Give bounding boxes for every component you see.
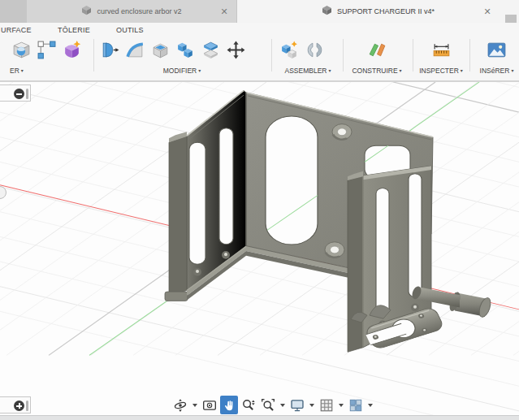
collapsed-panel-corner[interactable]: [505, 15, 517, 23]
group-label-modifier[interactable]: MODIFIER▾: [98, 67, 266, 75]
fillet-icon[interactable]: [123, 37, 146, 63]
chevron-down-icon[interactable]: [339, 404, 344, 407]
right-wall-slot: [409, 174, 422, 297]
left-foot: [165, 292, 188, 301]
group-label-construire[interactable]: CONSTRUIRE▾: [348, 67, 406, 75]
ribbon-group-inserer: INSéRER▾: [474, 37, 519, 80]
group-separator: [343, 39, 344, 71]
3d-viewport[interactable]: [0, 81, 519, 420]
fit-icon[interactable]: [259, 396, 277, 414]
group-separator: [413, 39, 413, 71]
measure-icon[interactable]: [430, 37, 452, 63]
drag-handle-icon[interactable]: [26, 401, 28, 411]
group-label-creer[interactable]: ER▾: [10, 67, 91, 75]
document-cube-icon: [322, 4, 332, 19]
document-cube-icon: [81, 4, 92, 19]
tab-curved-enclosure[interactable]: curved enclosure arbor v2 ✕: [27, 0, 236, 23]
orbit-icon[interactable]: [171, 396, 189, 414]
ribbon-toolbar: URFACE TÔLERIE OUTILS ER▾: [0, 23, 519, 81]
viewport-scene: [0, 82, 519, 420]
insert-image-icon[interactable]: [486, 37, 508, 63]
hole-center: [413, 305, 417, 309]
tab-title: curved enclosure arbor v2: [97, 7, 181, 15]
chevron-down-icon[interactable]: [368, 404, 373, 407]
hole-center: [224, 253, 227, 256]
group-label-inspecter[interactable]: INSPECTER▾: [416, 67, 466, 75]
hole-center: [331, 246, 340, 253]
split-icon[interactable]: [199, 37, 222, 63]
chevron-down-icon[interactable]: [280, 404, 285, 407]
chevron-down-icon: ▾: [21, 68, 24, 73]
chevron-down-icon[interactable]: [192, 404, 197, 407]
navigation-bar: [171, 395, 374, 415]
ribbon-group-construire: CONSTRUIRE▾: [348, 37, 406, 80]
drag-handle-icon[interactable]: [26, 89, 28, 99]
look-at-icon[interactable]: [201, 396, 218, 414]
tab-title: SUPPORT CHARGEUR II v4*: [337, 7, 435, 15]
chevron-down-icon: ▾: [511, 68, 513, 73]
chevron-down-icon: ▾: [400, 68, 402, 73]
left-wall-edge: [169, 136, 187, 297]
group-label-assembler[interactable]: ASSEMBLER▾: [278, 67, 338, 75]
display-settings-icon[interactable]: [288, 396, 306, 414]
tab-support-chargeur[interactable]: SUPPORT CHARGEUR II v4* ✕: [237, 0, 519, 23]
pan-icon[interactable]: [220, 396, 238, 414]
fusion360-window: curved enclosure arbor v2 ✕ SUPPORT CHAR…: [0, 0, 519, 420]
joint-icon[interactable]: [303, 37, 326, 63]
expand-plus-icon[interactable]: [14, 401, 24, 411]
group-separator: [469, 39, 470, 71]
obround-cutout: [266, 116, 318, 245]
close-icon[interactable]: ✕: [218, 6, 230, 17]
hole-center: [196, 270, 199, 273]
close-icon[interactable]: ✕: [482, 6, 493, 17]
chevron-down-icon[interactable]: [309, 404, 314, 407]
move-icon[interactable]: [224, 37, 247, 63]
chevron-down-icon: ▾: [328, 68, 331, 73]
group-separator: [271, 39, 272, 71]
grid-settings-icon[interactable]: [318, 396, 335, 414]
timeline-panel-toggle[interactable]: [0, 396, 31, 414]
hole-center: [338, 128, 347, 136]
combine-icon[interactable]: [174, 37, 197, 63]
ribbon-group-modifier: MODIFIER▾: [98, 37, 266, 80]
sketch-icon[interactable]: [35, 37, 58, 63]
left-wall-slot: [219, 128, 233, 245]
press-pull-icon[interactable]: [98, 37, 121, 63]
document-tab-bar: curved enclosure arbor v2 ✕ SUPPORT CHAR…: [0, 0, 519, 23]
ribbon-tab-surface[interactable]: URFACE: [1, 26, 32, 34]
ribbon-group-creer: ER▾: [10, 37, 91, 80]
zoom-icon[interactable]: [240, 396, 257, 414]
chevron-down-icon: ▾: [198, 68, 201, 73]
viewports-icon[interactable]: [347, 396, 365, 414]
right-wall-slot: [376, 188, 389, 315]
right-wall-edge: [348, 175, 363, 352]
create-form-icon[interactable]: [60, 37, 83, 63]
ribbon-group-inspecter: INSPECTER▾: [416, 37, 466, 80]
group-label-inserer[interactable]: INSéRER▾: [474, 67, 519, 75]
construction-plane-icon[interactable]: [365, 37, 388, 63]
new-component-icon[interactable]: [278, 37, 301, 63]
ribbon-tab-tolerie[interactable]: TÔLERIE: [58, 26, 90, 34]
collapse-circle-icon[interactable]: [14, 89, 24, 99]
left-wall-slot: [189, 142, 205, 264]
status-strip: [0, 415, 519, 420]
ribbon-tab-outils[interactable]: OUTILS: [116, 26, 144, 34]
group-separator: [93, 39, 94, 71]
patch-icon[interactable]: [10, 37, 32, 63]
browser-panel-toggle[interactable]: [0, 84, 31, 102]
chevron-down-icon: ▾: [461, 68, 463, 73]
ribbon-group-assembler: ASSEMBLER▾: [278, 37, 338, 80]
shell-icon[interactable]: [149, 37, 171, 63]
